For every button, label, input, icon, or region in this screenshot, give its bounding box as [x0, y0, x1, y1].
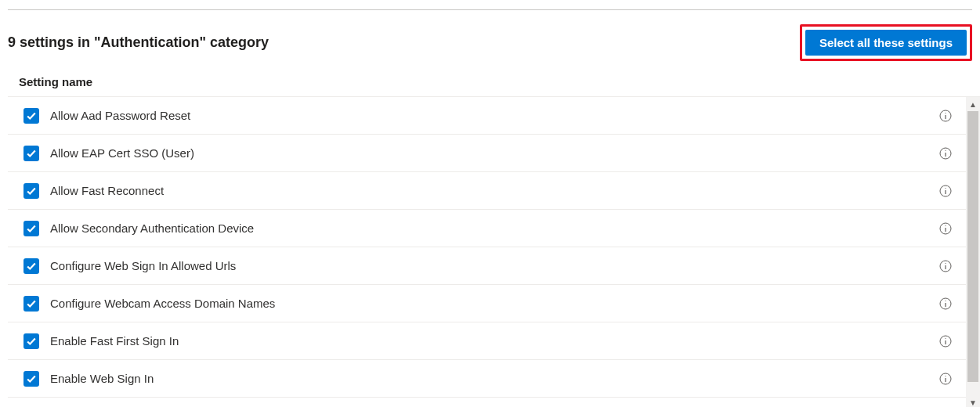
- setting-label: Allow Fast Reconnect: [50, 184, 939, 197]
- scrollbar-up-arrow-icon[interactable]: ▲: [966, 97, 980, 111]
- setting-row[interactable]: Configure Web Sign In Allowed Urls: [8, 247, 966, 285]
- svg-point-17: [945, 300, 946, 301]
- svg-point-5: [945, 149, 946, 150]
- checkbox-checked-icon[interactable]: [24, 296, 39, 312]
- svg-point-23: [945, 375, 946, 376]
- setting-row[interactable]: Allow Fast Reconnect: [8, 172, 966, 210]
- info-icon[interactable]: [939, 260, 952, 272]
- info-icon[interactable]: [939, 373, 952, 385]
- scrollbar-thumb[interactable]: [967, 111, 978, 382]
- settings-list-container: Allow Aad Password Reset Allow EAP Cert …: [8, 96, 980, 407]
- setting-label: Enable Fast First Sign In: [50, 334, 939, 348]
- page-title: 9 settings in "Authentication" category: [8, 34, 269, 51]
- info-icon[interactable]: [939, 110, 952, 122]
- checkbox-checked-icon[interactable]: [24, 183, 39, 199]
- scrollbar-down-arrow-icon[interactable]: ▼: [966, 395, 980, 407]
- setting-row[interactable]: Allow Secondary Authentication Device: [8, 210, 966, 247]
- info-icon[interactable]: [939, 335, 952, 348]
- info-icon[interactable]: [939, 147, 952, 160]
- setting-label: Allow Aad Password Reset: [50, 109, 939, 122]
- svg-point-11: [945, 225, 946, 225]
- checkbox-checked-icon[interactable]: [24, 371, 39, 387]
- setting-label: Allow Secondary Authentication Device: [50, 222, 939, 235]
- svg-point-20: [945, 337, 946, 338]
- setting-label: Configure Webcam Access Domain Names: [50, 297, 939, 310]
- header-row: 9 settings in "Authentication" category …: [0, 10, 980, 70]
- setting-row[interactable]: Allow Aad Password Reset: [8, 97, 966, 135]
- settings-list: Allow Aad Password Reset Allow EAP Cert …: [8, 97, 966, 407]
- setting-label: Configure Web Sign In Allowed Urls: [50, 259, 939, 272]
- checkbox-checked-icon[interactable]: [24, 258, 39, 274]
- checkbox-checked-icon[interactable]: [24, 221, 39, 236]
- info-icon[interactable]: [939, 297, 952, 310]
- svg-point-14: [945, 262, 946, 263]
- setting-label: Enable Web Sign In: [50, 372, 939, 385]
- scrollbar[interactable]: ▲ ▼: [966, 97, 980, 407]
- setting-row[interactable]: Enable Fast First Sign In: [8, 322, 966, 360]
- svg-point-2: [945, 112, 946, 113]
- checkbox-checked-icon[interactable]: [24, 146, 39, 161]
- setting-row[interactable]: Enable Web Sign In: [8, 360, 966, 398]
- checkbox-checked-icon[interactable]: [24, 333, 39, 349]
- setting-row[interactable]: Configure Webcam Access Domain Names: [8, 285, 966, 322]
- select-all-highlight: Select all these settings: [800, 24, 972, 61]
- select-all-button[interactable]: Select all these settings: [805, 30, 967, 56]
- info-icon[interactable]: [939, 185, 952, 197]
- checkbox-checked-icon[interactable]: [24, 108, 39, 124]
- info-icon[interactable]: [939, 222, 952, 235]
- setting-row[interactable]: Allow EAP Cert SSO (User): [8, 135, 966, 172]
- svg-point-8: [945, 187, 946, 188]
- setting-label: Allow EAP Cert SSO (User): [50, 146, 939, 160]
- column-header-setting-name[interactable]: Setting name: [0, 70, 980, 96]
